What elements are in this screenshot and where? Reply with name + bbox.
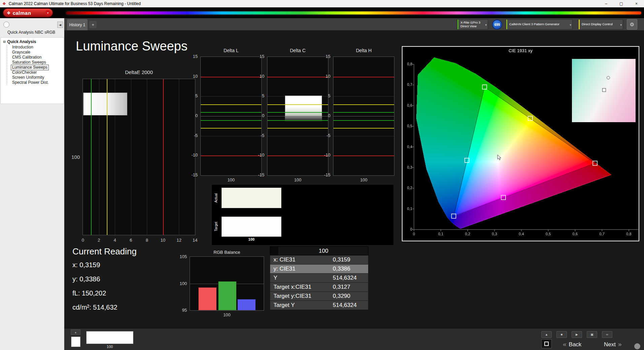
delta-y-tick: -15 (318, 172, 330, 177)
delta-h-chart: Delta H 151050-5-10-15 100 (333, 48, 394, 55)
sidebar-menu-button[interactable] (3, 22, 9, 28)
cie-x-tick: 0 (407, 232, 421, 236)
table-row-label: Target x:CIE31 (270, 284, 327, 290)
sidebar-item-saturation-sweeps[interactable]: Saturation Sweeps (12, 60, 64, 65)
stop-button[interactable]: ■ (556, 331, 567, 338)
minimize-button[interactable]: – (599, 0, 614, 7)
inset-measured-marker (602, 88, 606, 92)
delta-y-tick: 5 (186, 93, 198, 98)
delta-h-x-label: 100 (333, 177, 394, 182)
collapse-left-icon: ◀ (59, 23, 61, 27)
capture-button[interactable]: ▣ (587, 331, 597, 338)
chevron-down-icon: ▾ (620, 23, 622, 27)
delta-y-tick: 5 (252, 93, 264, 98)
delta-bar-reflection (285, 116, 322, 122)
tab-history-1[interactable]: History 1 (67, 19, 88, 30)
workflow-title: Quick Analysis NBC sRGB (7, 30, 55, 35)
loop-icon: ∞ (606, 333, 608, 336)
display-control-dropdown[interactable]: Direct Display Control ▾ (578, 19, 623, 30)
next-button[interactable]: Next » (604, 341, 622, 348)
cie-x-tick: 0,8 (622, 232, 636, 236)
cie-x-tick: 0,6 (569, 232, 582, 236)
table-row-value: 514,6324 (327, 302, 368, 309)
layout-area: Luminance Sweeps DeltaE 2000 100 0246810… (64, 30, 644, 328)
delta-y-tick: -5 (252, 133, 264, 138)
meter-mode: Direct View (460, 25, 480, 28)
cie-title: CIE 1931 xy (402, 48, 639, 53)
current-reading-x: x: 0,3159 (72, 261, 100, 269)
delta-c-title: Delta C (267, 48, 328, 55)
back-button[interactable]: « Back (563, 341, 581, 348)
sidebar-item-grayscale[interactable]: Grayscale (12, 50, 64, 55)
close-button[interactable]: × (629, 0, 644, 7)
delta-y-tick: 0 (318, 113, 330, 118)
cie-y-tick: 0,5 (402, 124, 412, 128)
delta-h-y-ticks: 151050-5-10-15 (318, 57, 332, 176)
cie-x-tick: 0,5 (542, 232, 555, 236)
chevron-down-icon: ▾ (485, 23, 487, 27)
panel-expand-button[interactable]: ▲ (71, 329, 80, 335)
cie-x-tick: 0,2 (461, 232, 475, 236)
delta-y-tick: 15 (186, 54, 198, 59)
deltae-x-tick: 2 (94, 238, 104, 243)
delta-y-tick: -15 (252, 172, 264, 177)
next-label: Next (604, 341, 616, 348)
delta-y-tick: -15 (186, 172, 198, 177)
sidebar-collapse-button[interactable]: ◀ (57, 22, 63, 28)
mini-swatch (71, 337, 80, 347)
window-titlebar: ❖ Calman 2022 Calman Ultimate for Busine… (0, 0, 644, 7)
sidebar-item-luminance-sweeps[interactable]: Luminance Sweeps (11, 65, 49, 70)
delta-y-tick: -5 (186, 133, 198, 138)
delta-c-y-ticks: 151050-5-10-15 (252, 57, 266, 176)
page-title: Luminance Sweeps (76, 39, 188, 54)
deltae-x-tick: 0 (78, 238, 88, 243)
cie-x-tick: 0,3 (488, 232, 501, 236)
pattern-window-button[interactable] (541, 339, 552, 348)
sidebar-item-introduction[interactable]: Introduction (12, 45, 64, 50)
table-row-value: 0,3127 (327, 284, 368, 290)
tree-root-quick-analysis[interactable]: ⊟ Quick Analysis (3, 39, 64, 44)
continuous-read-button[interactable]: ∞ (602, 331, 612, 338)
pattern-source-dropdown[interactable]: CalMAN Client 3 Pattern Generator ▾ (506, 19, 573, 30)
measured-level-label: 100 (86, 345, 133, 349)
eject-button[interactable]: ▲ (541, 331, 552, 338)
swatch-x-label: 100 (221, 237, 282, 241)
cie-panel: CIE 1931 xy 00,10,20,30,40,50,60,70,8 00… (402, 46, 639, 241)
settings-button[interactable]: ⚙ (627, 19, 637, 30)
sidebar-item-spectral-power-dist-[interactable]: Spectral Power Dist. (12, 80, 64, 85)
ref-line-green (333, 112, 394, 113)
spectrum-strip (66, 11, 641, 14)
cie-y-tick: 0 (402, 227, 412, 231)
back-label: Back (569, 341, 582, 348)
logo-bar: ❖ calman ▾ (0, 7, 644, 18)
measured-level-swatch[interactable] (86, 331, 133, 344)
sidebar-item-screen-uniformity[interactable]: Screen Uniformity (12, 75, 64, 80)
delta-y-tick: -10 (252, 152, 264, 158)
delta-c-chart: Delta C 151050-5-10-15 100 (267, 48, 328, 55)
calman-wordmark: calman (13, 10, 31, 16)
results-table-rows: x: CIE310,3159y: CIE310,3386Y514,6324Tar… (270, 255, 368, 310)
delta-y-tick: 10 (252, 74, 264, 79)
add-tab-button[interactable]: + (89, 21, 97, 28)
delta-h-plot (333, 57, 394, 176)
footer-settings-button[interactable] (634, 343, 640, 349)
rgb-balance-title: RGB Balance (190, 250, 264, 256)
cie-x-tick: 0,1 (434, 232, 448, 236)
rgb-balance-y-ticks: 10510095 (174, 256, 188, 311)
table-row-label: x: CIE31 (270, 256, 327, 263)
rgb-y-tick: 100 (174, 281, 187, 286)
delta-l-title: Delta L (200, 48, 262, 55)
play-button[interactable]: ▶ (572, 331, 582, 338)
delta-y-tick: 15 (318, 54, 330, 59)
ref-line-green (333, 120, 394, 121)
ref-line-green (91, 79, 92, 235)
maximize-button[interactable]: ▢ (614, 0, 629, 7)
meter-dropdown[interactable]: X-Rite i1Pro 3 Direct View ▾ (457, 19, 488, 30)
cie-y-tick: 0,1 (402, 207, 412, 211)
calman-menu-button[interactable]: ❖ calman ▾ (3, 9, 53, 17)
delta-y-tick: -10 (186, 152, 198, 158)
deltae-x-tick: 10 (158, 238, 168, 243)
deltae-x-tick: 6 (126, 238, 136, 243)
sidebar-item-cms-calibration[interactable]: CMS Calibration (12, 55, 64, 60)
sidebar-item-colorchecker[interactable]: ColorChecker (12, 70, 64, 75)
